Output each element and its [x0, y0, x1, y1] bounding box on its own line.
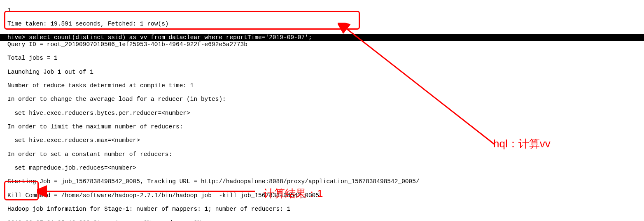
- output-line: set mapreduce.job.reduces=<number>: [7, 165, 637, 172]
- output-line: Hadoop job information for Stage-1: numb…: [7, 206, 637, 213]
- output-line: In order to set a constant number of red…: [7, 151, 637, 158]
- terminal-output[interactable]: 1 Time taken: 19.591 seconds, Fetched: 1…: [0, 0, 644, 221]
- output-line: In order to limit the maximum number of …: [7, 123, 637, 130]
- output-line: 1: [7, 7, 637, 14]
- output-line: Time taken: 19.591 seconds, Fetched: 1 r…: [7, 21, 637, 28]
- hive-query-line: hive> select count(distinct ssid) as vv …: [0, 34, 644, 41]
- query-id-line: Query ID = root_20190907010506_1ef25953-…: [7, 41, 637, 48]
- output-line: Starting Job = job_1567838498542_0005, T…: [7, 178, 637, 185]
- output-line: Launching Job 1 out of 1: [7, 69, 637, 76]
- output-line: Total jobs = 1: [7, 55, 637, 62]
- output-line: In order to change the average load for …: [7, 96, 637, 103]
- output-line: Number of reduce tasks determined at com…: [7, 82, 637, 89]
- output-line: set hive.exec.reducers.max=<number>: [7, 137, 637, 144]
- output-line: Kill Command = /home/software/hadoop-2.7…: [7, 192, 637, 199]
- output-line: 2019-09-07 01:05:10,903 Stage-1 map = 0%…: [7, 220, 637, 221]
- output-line: set hive.exec.reducers.bytes.per.reducer…: [7, 110, 637, 117]
